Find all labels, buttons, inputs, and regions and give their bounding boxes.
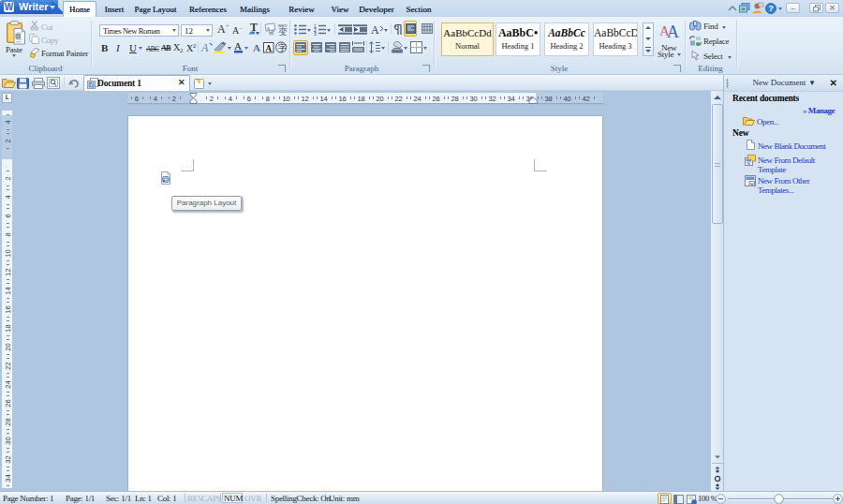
svg-text:3: 3	[314, 31, 317, 37]
svg-text:?: ?	[768, 4, 773, 13]
svg-text:A: A	[200, 41, 209, 54]
svg-text:w: w	[750, 181, 754, 186]
svg-text:A: A	[265, 44, 272, 53]
svg-text:A: A	[253, 42, 260, 53]
svg-text:A: A	[667, 22, 679, 41]
svg-text:字: 字	[278, 43, 287, 52]
svg-text:变: 变	[278, 26, 288, 37]
svg-text:A: A	[371, 23, 379, 37]
svg-text:w: w	[747, 160, 751, 166]
svg-text:a: a	[267, 25, 270, 31]
svg-text:A: A	[234, 40, 242, 52]
